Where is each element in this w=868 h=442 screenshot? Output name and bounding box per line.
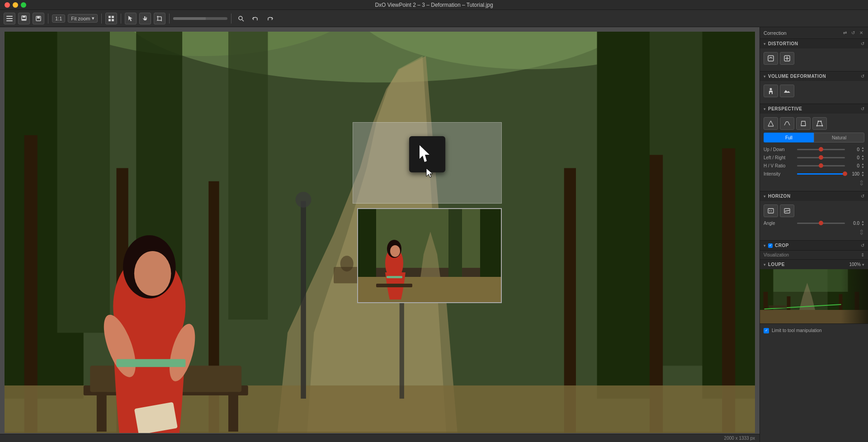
angle-value: 0.0: [847, 221, 859, 226]
perspective-full-tab[interactable]: Full: [764, 133, 814, 143]
perspective-content: Full Natural Up / Down 0 ▲ ▼: [760, 114, 868, 191]
angle-stepper[interactable]: ▲ ▼: [861, 220, 864, 226]
horizon-auto-button[interactable]: [764, 204, 778, 217]
perspective-rect-button[interactable]: [796, 117, 811, 130]
perspective-natural-tab[interactable]: Natural: [814, 133, 864, 143]
intensity-stepper-down[interactable]: ▼: [861, 174, 864, 177]
pan-tool-button[interactable]: [139, 13, 151, 24]
loupe-zoom-value: 100%: [849, 262, 861, 267]
svg-rect-69: [376, 284, 412, 287]
distortion-reset-icon[interactable]: ↺: [861, 41, 864, 46]
svg-point-57: [296, 192, 311, 208]
crop-header[interactable]: ▾ ✓ CROP ↺: [760, 241, 868, 250]
hv-ratio-stepper-down[interactable]: ▼: [861, 166, 864, 169]
hv-ratio-slider[interactable]: [797, 165, 845, 166]
up-down-slider[interactable]: [797, 149, 845, 150]
left-right-stepper[interactable]: ▲ ▼: [861, 154, 864, 161]
canvas-area[interactable]: 2000 x 1333 px: [0, 27, 760, 442]
volume-deformation-header[interactable]: ▾ VOLUME DEFORMATION ↺: [760, 71, 868, 81]
svg-rect-25: [228, 32, 268, 319]
angle-stepper-down[interactable]: ▼: [861, 223, 864, 226]
maximize-button[interactable]: [21, 2, 26, 8]
perspective-lines-button[interactable]: [764, 117, 778, 130]
minimize-button[interactable]: [13, 2, 18, 8]
hv-ratio-stepper-up[interactable]: ▲: [861, 162, 864, 166]
left-right-stepper-up[interactable]: ▲: [861, 154, 864, 157]
up-down-stepper-down[interactable]: ▼: [861, 149, 864, 152]
export-button[interactable]: [33, 13, 44, 24]
volume-deformation-reset-icon[interactable]: ↺: [861, 74, 864, 79]
horizon-reset-icon[interactable]: ↺: [861, 194, 864, 199]
panel-icon-1[interactable]: ⇄: [842, 30, 848, 36]
close-button[interactable]: [5, 2, 10, 8]
intensity-stepper-up[interactable]: ▲: [861, 171, 864, 174]
loupe-dark-overlay: [841, 269, 868, 323]
svg-point-55: [340, 256, 354, 271]
perspective-reset-icon[interactable]: ↺: [861, 106, 864, 111]
horizon-collapse-icon: ▾: [764, 194, 766, 199]
angle-stepper-up[interactable]: ▲: [861, 220, 864, 223]
horizon-manual-button[interactable]: [780, 204, 794, 217]
loupe-zoom-arrow[interactable]: ▾: [862, 262, 864, 267]
intensity-slider[interactable]: [797, 173, 845, 175]
perspective-quad-button[interactable]: [812, 117, 827, 130]
sidebar-toggle-button[interactable]: [4, 13, 15, 24]
perspective-collapse-icon: ▾: [764, 107, 766, 111]
up-down-stepper[interactable]: ▲ ▼: [861, 146, 864, 152]
crop-tool-button[interactable]: [154, 13, 165, 24]
zoom-11-button[interactable]: 1:1: [52, 14, 65, 23]
left-right-stepper-down[interactable]: ▼: [861, 157, 864, 161]
intensity-stepper[interactable]: ▲ ▼: [861, 171, 864, 177]
horizon-icon-group: [764, 204, 864, 217]
hv-ratio-stepper[interactable]: ▲ ▼: [861, 162, 864, 169]
statusbar: 2000 x 1333 px: [0, 434, 760, 442]
separator-2: [101, 14, 102, 24]
loupe-thumbnail: [760, 269, 868, 323]
undo-button[interactable]: [250, 13, 261, 24]
save-button[interactable]: [18, 13, 30, 24]
perspective-expand-button[interactable]: ⇕: [859, 179, 864, 187]
loupe-header[interactable]: ▾ LOUPE 100% ▾: [760, 260, 868, 269]
perspective-header[interactable]: ▾ PERSPECTIVE ↺: [760, 104, 868, 114]
image-dimensions: 2000 x 1333 px: [724, 436, 755, 441]
svg-rect-36: [5, 432, 755, 433]
perspective-horizon-button[interactable]: [780, 117, 794, 130]
panel-icon-3[interactable]: ✕: [858, 30, 864, 36]
svg-rect-26: [597, 32, 650, 399]
visualization-bar: Visualization ⇕: [760, 251, 868, 260]
crop-reset-icon[interactable]: ↺: [861, 243, 864, 248]
redo-button[interactable]: [264, 13, 276, 24]
svg-point-67: [390, 245, 400, 257]
search-button[interactable]: [235, 13, 247, 24]
distortion-auto-button[interactable]: [764, 52, 778, 65]
angle-slider[interactable]: [797, 223, 845, 224]
panel-icon-2[interactable]: ↺: [850, 30, 856, 36]
up-down-stepper-up[interactable]: ▲: [861, 146, 864, 149]
svg-point-83: [818, 121, 819, 122]
toolbar: 1:1 Fit zoom ▾: [0, 10, 868, 27]
select-tool-button[interactable]: [125, 13, 137, 24]
limit-label: Limit to tool manipulation: [772, 328, 822, 333]
horizon-expand-button[interactable]: ⇕: [859, 228, 864, 237]
distortion-manual-button[interactable]: [780, 52, 794, 65]
perspective-header-left: ▾ PERSPECTIVE: [764, 106, 802, 111]
grid-button[interactable]: [105, 13, 117, 24]
distortion-header[interactable]: ▾ DISTORTION ↺: [760, 39, 868, 48]
main-photo: [5, 32, 755, 433]
crop-checkbox[interactable]: ✓: [768, 243, 773, 248]
visualization-expand-icon[interactable]: ⇕: [861, 252, 864, 257]
crop-collapse-icon: ▾: [764, 243, 766, 248]
cursor-icon: [409, 136, 445, 172]
fit-zoom-button[interactable]: Fit zoom ▾: [68, 14, 98, 23]
vd-person-button[interactable]: [764, 85, 778, 97]
left-right-slider[interactable]: [797, 157, 845, 158]
limit-checkbox[interactable]: ✓: [764, 328, 769, 333]
vd-landscape-button[interactable]: [780, 85, 794, 97]
progress-bar: [173, 17, 227, 20]
separator-1: [48, 14, 48, 24]
left-right-slider-row: Left / Right 0 ▲ ▼: [764, 154, 864, 161]
distortion-section: ▾ DISTORTION ↺: [760, 39, 868, 71]
up-down-slider-row: Up / Down 0 ▲ ▼: [764, 146, 864, 152]
svg-point-51: [134, 251, 171, 296]
horizon-header[interactable]: ▾ HORIZON ↺: [760, 191, 868, 201]
